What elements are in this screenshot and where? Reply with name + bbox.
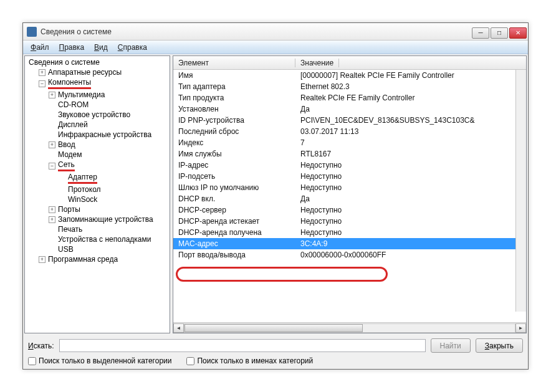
table-row[interactable]: ID PNP-устройстваPCI\VEN_10EC&DEV_8136&S…	[173, 115, 526, 126]
cell-key: ID PNP-устройства	[173, 115, 295, 126]
table-row[interactable]: Шлюз IP по умолчаниюНедоступно	[173, 182, 526, 193]
tree-storage[interactable]: +Запоминающие устройства	[47, 214, 170, 224]
menubar: ФФайлайл Правка Вид Справка	[23, 41, 528, 54]
tree-swenv[interactable]: +Программная среда	[37, 254, 170, 264]
tree-usb[interactable]: USB	[47, 244, 170, 254]
table-row[interactable]: DHCP вкл.Да	[173, 193, 526, 204]
expand-icon[interactable]: +	[39, 256, 46, 263]
cell-key: Порт ввода/вывода	[173, 249, 295, 261]
tree-adapter[interactable]: Адаптер	[57, 172, 170, 184]
search-input[interactable]	[59, 339, 426, 352]
tree-cdrom[interactable]: CD-ROM	[47, 100, 170, 110]
expand-icon[interactable]: +	[49, 216, 55, 223]
collapse-icon[interactable]: −	[49, 163, 55, 170]
footer: Искать: Найти Закрыть Поиск только в выд…	[23, 335, 528, 369]
tree-hardware[interactable]: +Аппаратные ресурсы	[37, 67, 170, 77]
minimize-button[interactable]: ─	[472, 27, 489, 39]
cell-value: Да	[295, 193, 526, 204]
scroll-left-button[interactable]: ◄	[173, 323, 184, 333]
menu-edit[interactable]: Правка	[54, 42, 90, 53]
cell-value: [00000007] Realtek PCIe FE Family Contro…	[295, 70, 526, 81]
table-row[interactable]: Последний сброс03.07.2017 11:13	[173, 126, 526, 137]
tree-infrared[interactable]: Инфракрасные устройства	[47, 130, 170, 140]
table-row[interactable]: Тип продуктаRealtek PCIe FE Family Contr…	[173, 92, 526, 103]
scroll-track[interactable]	[184, 323, 515, 333]
cell-key: DHCP-сервер	[173, 204, 295, 216]
table-row[interactable]: Порт ввода/вывода0x00006000-0x000060FF	[173, 249, 526, 261]
tree-print[interactable]: Печать	[47, 224, 170, 234]
menu-help[interactable]: Справка	[113, 42, 152, 53]
grid-body[interactable]: Имя[00000007] Realtek PCIe FE Family Con…	[173, 70, 526, 322]
category-tree[interactable]: Сведения о системе +Аппаратные ресурсы −…	[24, 55, 170, 333]
vertical-scrollbar[interactable]	[515, 70, 526, 312]
table-row[interactable]: MAC-адрес3C:4A:9	[173, 238, 526, 249]
cell-value: Ethernet 802.3	[295, 81, 526, 92]
system-info-window: Сведения о системе ─ □ ✕ ФФайлайл Правка…	[22, 22, 529, 370]
table-row[interactable]: Имя[00000007] Realtek PCIe FE Family Con…	[173, 70, 526, 81]
header-element[interactable]: Элемент	[173, 59, 295, 67]
expand-icon[interactable]: +	[49, 141, 55, 148]
table-row[interactable]: DHCP-аренда истекаетНедоступно	[173, 216, 526, 227]
table-row[interactable]: DHCP-аренда полученаНедоступно	[173, 227, 526, 238]
close-search-button[interactable]: Закрыть	[476, 338, 523, 353]
tree-protocol[interactable]: Протокол	[57, 184, 170, 194]
cell-key: IP-подсеть	[173, 171, 295, 182]
cell-key: Тип адаптера	[173, 81, 295, 92]
chk-category[interactable]: Поиск только в выделенной категории	[28, 356, 171, 365]
chk-category-box[interactable]	[28, 357, 36, 365]
table-row[interactable]: Тип адаптераEthernet 802.3	[173, 81, 526, 92]
cell-value: PCI\VEN_10EC&DEV_8136&SUBSYS_143C103C&	[295, 115, 526, 126]
header-value[interactable]: Значение	[295, 59, 339, 67]
expand-icon[interactable]: +	[39, 69, 46, 76]
table-row[interactable]: IP-подсетьНедоступно	[173, 171, 526, 182]
menu-file[interactable]: ФФайлайл	[26, 42, 54, 53]
titlebar[interactable]: Сведения о системе ─ □ ✕	[23, 23, 528, 41]
chk-names-box[interactable]	[186, 357, 194, 365]
cell-value: 0x00006000-0x000060FF	[295, 249, 526, 261]
cell-value: Недоступно	[295, 227, 526, 238]
collapse-icon[interactable]: −	[39, 80, 46, 87]
chk-names[interactable]: Поиск только в именах категорий	[186, 356, 313, 365]
cell-value: Недоступно	[295, 216, 526, 227]
tree-network[interactable]: −Сеть	[47, 160, 170, 172]
table-row[interactable]: Индекс7	[173, 137, 526, 148]
tree-winsock[interactable]: WinSock	[57, 194, 170, 204]
tree-root[interactable]: Сведения о системе	[27, 57, 170, 67]
grid-header[interactable]: Элемент Значение	[173, 56, 526, 70]
cell-value: Недоступно	[295, 160, 526, 171]
cell-value: Realtek PCIe FE Family Controller	[295, 92, 526, 103]
highlight-ring	[176, 267, 388, 282]
scroll-thumb[interactable]	[184, 324, 363, 332]
scroll-right-button[interactable]: ►	[515, 323, 526, 333]
tree-sound[interactable]: Звуковое устройство	[47, 110, 170, 120]
cell-key: DHCP-аренда получена	[173, 227, 295, 238]
cell-key: Установлен	[173, 103, 295, 115]
expand-icon[interactable]: +	[49, 92, 55, 98]
cell-key: DHCP-аренда истекает	[173, 216, 295, 227]
cell-value: RTL8167	[295, 148, 526, 160]
tree-input[interactable]: +Ввод	[47, 140, 170, 150]
cell-value: 3C:4A:9	[295, 238, 526, 249]
cell-key: Имя	[173, 70, 295, 81]
table-row[interactable]: Имя службыRTL8167	[173, 148, 526, 160]
close-button[interactable]: ✕	[509, 27, 527, 39]
tree-multimedia[interactable]: +Мультимедиа	[47, 90, 170, 100]
search-label: Искать:	[28, 342, 54, 350]
tree-problem[interactable]: Устройства с неполадками	[47, 234, 170, 244]
menu-view[interactable]: Вид	[89, 42, 113, 53]
tree-modem[interactable]: Модем	[47, 150, 170, 160]
table-row[interactable]: DHCP-серверНедоступно	[173, 204, 526, 216]
table-row[interactable]: УстановленДа	[173, 103, 526, 115]
maximize-button[interactable]: □	[491, 27, 508, 39]
expand-icon[interactable]: +	[49, 206, 55, 213]
tree-display[interactable]: Дисплей	[47, 120, 170, 130]
cell-key: MAC-адрес	[173, 238, 295, 249]
horizontal-scrollbar[interactable]: ◄ ►	[173, 322, 526, 333]
cell-key: Имя службы	[173, 148, 295, 160]
cell-value: 03.07.2017 11:13	[295, 126, 526, 137]
cell-value: 7	[295, 137, 526, 148]
tree-components[interactable]: −Компоненты	[37, 77, 170, 90]
find-button[interactable]: Найти	[431, 338, 471, 353]
table-row[interactable]: IP-адресНедоступно	[173, 160, 526, 171]
tree-ports[interactable]: +Порты	[47, 204, 170, 214]
